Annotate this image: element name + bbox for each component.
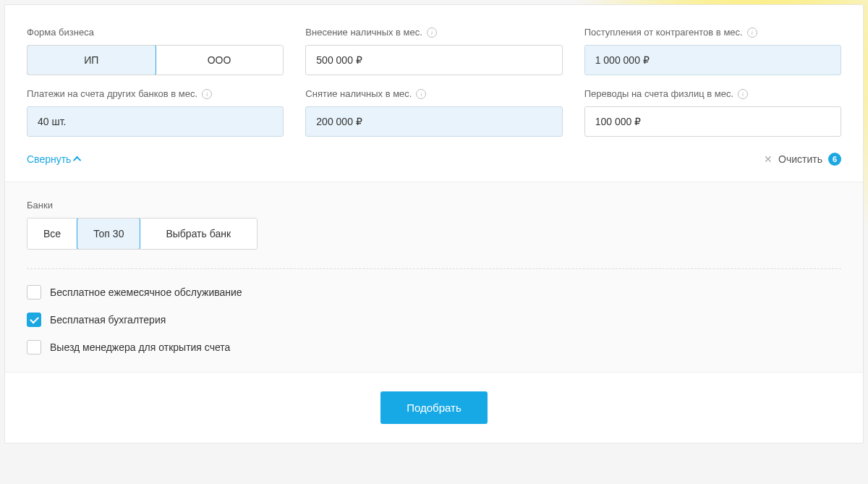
business-form-ooo[interactable]: ООО (156, 46, 284, 75)
incoming-label: Поступления от контрагентов в мес. i (584, 27, 841, 38)
clear-link[interactable]: ✕ Очистить 6 (764, 153, 841, 166)
label-text: Поступления от контрагентов в мес. (584, 27, 743, 38)
submit-button[interactable]: Подобрать (380, 391, 488, 424)
label-text: Внесение наличных в мес. (305, 27, 422, 38)
filter-panel: Форма бизнеса ИП ООО Внесение наличных в… (4, 4, 864, 443)
banks-section: Банки Все Топ 30 Выбрать банк Бесплатное… (5, 182, 863, 372)
banks-top30[interactable]: Топ 30 (77, 218, 140, 250)
filter-row-1: Форма бизнеса ИП ООО Внесение наличных в… (5, 5, 863, 75)
other-bank-payments-input[interactable] (27, 106, 284, 137)
transfers-indiv-col: Переводы на счета физлиц в мес. i (584, 88, 841, 137)
business-form-label: Форма бизнеса (27, 27, 284, 38)
checkbox-label: Бесплатная бухгалтерия (50, 314, 166, 326)
label-text: Форма бизнеса (27, 27, 94, 38)
label-text: Переводы на счета физлиц в мес. (584, 88, 733, 99)
banks-label: Банки (27, 200, 841, 211)
info-icon[interactable]: i (747, 27, 757, 38)
other-bank-payments-col: Платежи на счета других банков в мес. i (27, 88, 284, 137)
label-text: Платежи на счета других банков в мес. (27, 88, 197, 99)
incoming-col: Поступления от контрагентов в мес. i (584, 27, 841, 75)
business-form-toggle: ИП ООО (27, 45, 284, 75)
other-bank-payments-label: Платежи на счета других банков в мес. i (27, 88, 284, 99)
collapse-label: Свернуть (27, 153, 71, 165)
transfers-indiv-label: Переводы на счета физлиц в мес. i (584, 88, 841, 99)
checkbox-box (27, 313, 41, 327)
checkbox-box (27, 285, 41, 300)
chevron-up-icon (73, 156, 81, 164)
business-form-col: Форма бизнеса ИП ООО (27, 27, 284, 75)
banks-toggle: Все Топ 30 Выбрать банк (27, 218, 258, 250)
checkbox-label: Бесплатное ежемесячное обслуживание (50, 286, 242, 298)
checkbox-free-accounting[interactable]: Бесплатная бухгалтерия (27, 313, 841, 327)
clear-count-badge: 6 (828, 153, 841, 166)
info-icon[interactable]: i (427, 27, 437, 38)
checkbox-box (27, 340, 41, 354)
cash-withdraw-input[interactable] (305, 106, 562, 137)
cash-deposit-col: Внесение наличных в мес. i (305, 27, 562, 75)
cash-deposit-label: Внесение наличных в мес. i (305, 27, 562, 38)
controls-row: Свернуть ✕ Очистить 6 (5, 137, 863, 182)
clear-label: Очистить (778, 153, 822, 165)
label-text: Снятие наличных в мес. (305, 88, 412, 99)
info-icon[interactable]: i (416, 89, 426, 99)
transfers-indiv-input[interactable] (584, 106, 841, 137)
cash-deposit-input[interactable] (305, 45, 562, 75)
submit-section: Подобрать (5, 372, 863, 443)
business-form-ip[interactable]: ИП (27, 45, 156, 75)
banks-choose[interactable]: Выбрать банк (140, 218, 257, 249)
incoming-input[interactable] (584, 45, 841, 75)
info-icon[interactable]: i (738, 89, 748, 99)
divider (27, 268, 841, 269)
label-text: Банки (27, 200, 53, 211)
close-icon: ✕ (764, 154, 773, 164)
banks-all[interactable]: Все (27, 218, 77, 249)
collapse-link[interactable]: Свернуть (27, 153, 81, 165)
filter-row-2: Платежи на счета других банков в мес. i … (5, 75, 863, 137)
checkbox-manager-visit[interactable]: Выезд менеджера для открытия счета (27, 340, 841, 354)
cash-withdraw-label: Снятие наличных в мес. i (305, 88, 562, 99)
checkbox-free-service[interactable]: Бесплатное ежемесячное обслуживание (27, 285, 841, 300)
info-icon[interactable]: i (202, 89, 212, 99)
cash-withdraw-col: Снятие наличных в мес. i (305, 88, 562, 137)
checkbox-label: Выезд менеджера для открытия счета (50, 341, 230, 353)
